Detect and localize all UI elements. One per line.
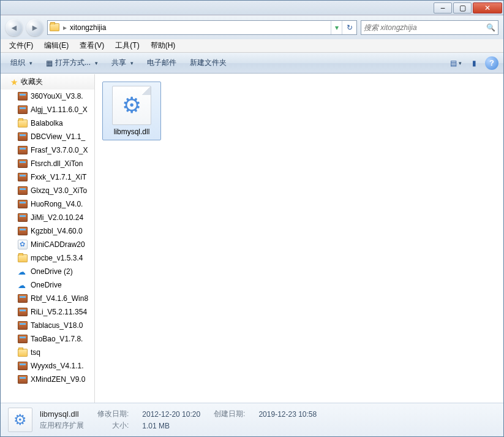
sidebar-item[interactable]: DBCView_V1.1_ — [1, 130, 94, 143]
rar-icon — [18, 132, 28, 141]
sidebar-item-label: mpcbe_v1.5.3.4 — [31, 254, 83, 262]
sidebar[interactable]: ★ 收藏夹 360YouXi_V3.8.Algj_V1.11.6.0_XBala… — [1, 74, 95, 403]
rar-icon — [18, 173, 28, 181]
sidebar-item[interactable]: mpcbe_v1.5.3.4 — [1, 251, 94, 265]
sidebar-item-label: Glxzq_V3.0_XiTo — [31, 186, 87, 195]
back-button[interactable]: ◄ — [6, 19, 23, 36]
sidebar-item-label: Kgzbbl_V4.60.0 — [31, 227, 83, 235]
openwith-button[interactable]: ▦打开方式... — [41, 55, 103, 70]
details-filetype: 应用程序扩展 — [40, 420, 84, 431]
details-create-value: 2019-12-23 10:58 — [258, 410, 317, 419]
rar-icon — [18, 321, 28, 330]
preview-pane-button[interactable]: ▮ — [467, 56, 481, 70]
folder-icon — [18, 120, 28, 127]
sidebar-item[interactable]: ☁OneDrive — [1, 278, 94, 292]
details-mod-label: 修改日期: — [97, 409, 129, 419]
view-mode-button[interactable]: ▤ — [448, 56, 463, 70]
sidebar-item-label: Fxxk_V1.7.1_XiT — [31, 173, 86, 181]
details-size-label: 大小: — [97, 420, 129, 431]
rar-icon — [18, 92, 28, 101]
rar-icon — [18, 362, 28, 370]
favorites-header[interactable]: ★ 收藏夹 — [1, 74, 94, 89]
forward-button[interactable]: ► — [26, 19, 43, 36]
app-icon — [18, 240, 28, 249]
file-list[interactable]: ⚙libmysql.dll — [95, 74, 503, 403]
sidebar-item-label: Frasf_V3.7.0.0_X — [31, 146, 88, 154]
rar-icon — [18, 308, 28, 316]
address-path[interactable]: xitongzhijia — [69, 23, 331, 32]
maximize-button[interactable]: ▢ — [453, 2, 472, 13]
menu-edit[interactable]: 编辑(E) — [39, 39, 73, 52]
sidebar-item[interactable]: RiLi_V5.2.11.354 — [1, 305, 94, 319]
rar-icon — [18, 186, 28, 195]
help-button[interactable]: ? — [485, 56, 498, 70]
sidebar-item[interactable]: Rbf_V4.1.6_Win8 — [1, 292, 94, 305]
file-item[interactable]: ⚙libmysql.dll — [102, 82, 161, 140]
dll-icon: ⚙ — [8, 408, 32, 432]
sidebar-item[interactable]: Fxxk_V1.7.1_XiT — [1, 170, 94, 184]
sidebar-item-label: DBCView_V1.1_ — [31, 132, 85, 141]
folder-icon — [18, 349, 28, 357]
menu-view[interactable]: 查看(V) — [75, 39, 109, 52]
sidebar-item-label: JiMi_V2.0.10.24 — [31, 213, 83, 222]
rar-icon — [18, 375, 28, 384]
sidebar-item-label: RiLi_V5.2.11.354 — [31, 308, 87, 316]
organize-button[interactable]: 组织 — [6, 55, 37, 70]
explorer-window: – ▢ ✕ ◄ ► ▸ xitongzhijia ▾ ↻ 🔍 文件(F) 编辑(… — [0, 0, 504, 437]
app-icon: ▦ — [46, 59, 53, 67]
sidebar-item[interactable]: TaoBao_V1.7.8. — [1, 332, 94, 346]
search-input[interactable] — [364, 23, 486, 32]
sidebar-item[interactable]: Tablacus_V18.0 — [1, 319, 94, 332]
sidebar-item[interactable]: 360YouXi_V3.8. — [1, 89, 94, 103]
toolbar: 组织 ▦打开方式... 共享 电子邮件 新建文件夹 ▤ ▮ ? — [1, 53, 503, 74]
sidebar-item[interactable]: XMindZEN_V9.0 — [1, 373, 94, 386]
sidebar-item[interactable]: Ftsrch.dll_XiTon — [1, 157, 94, 170]
cloud-icon: ☁ — [18, 267, 28, 276]
rar-icon — [18, 227, 28, 235]
rar-icon — [18, 335, 28, 343]
sidebar-item[interactable]: Frasf_V3.7.0.0_X — [1, 143, 94, 157]
rar-icon — [18, 294, 28, 303]
rar-icon — [18, 146, 28, 154]
newfolder-button[interactable]: 新建文件夹 — [185, 55, 231, 70]
rar-icon — [18, 213, 28, 222]
sidebar-item[interactable]: tsq — [1, 346, 94, 359]
menu-file[interactable]: 文件(F) — [4, 39, 38, 52]
titlebar: – ▢ ✕ — [1, 1, 503, 15]
sidebar-item[interactable]: Balabolka — [1, 116, 94, 130]
minimize-button[interactable]: – — [434, 2, 452, 13]
refresh-button[interactable]: ↻ — [342, 21, 356, 34]
share-button[interactable]: 共享 — [107, 55, 138, 70]
sidebar-item[interactable]: Wyyxds_V4.1.1. — [1, 359, 94, 373]
menu-help[interactable]: 帮助(H) — [146, 39, 181, 52]
address-bar[interactable]: ▸ xitongzhijia ▾ ↻ — [47, 20, 357, 35]
rar-icon — [18, 200, 28, 208]
details-size-value: 1.01 MB — [142, 422, 200, 430]
sidebar-item[interactable]: ☁OneDrive (2) — [1, 265, 94, 278]
search-box[interactable]: 🔍 — [361, 20, 498, 35]
sidebar-item-label: OneDrive (2) — [31, 267, 73, 276]
details-pane: ⚙ libmysql.dll 修改日期: 2012-12-20 10:20 创建… — [1, 403, 503, 436]
email-button[interactable]: 电子邮件 — [142, 55, 181, 70]
sidebar-item-label: 360YouXi_V3.8. — [31, 92, 83, 101]
rar-icon — [18, 159, 28, 168]
sidebar-item[interactable]: HuoRong_V4.0. — [1, 197, 94, 211]
sidebar-item[interactable]: Algj_V1.11.6.0_X — [1, 103, 94, 116]
cloud-icon: ☁ — [18, 281, 28, 290]
address-dropdown[interactable]: ▾ — [331, 21, 342, 34]
menu-tools[interactable]: 工具(T) — [110, 39, 144, 52]
details-create-label: 创建日期: — [214, 409, 245, 419]
folder-icon — [48, 23, 61, 31]
sidebar-item[interactable]: Glxzq_V3.0_XiTo — [1, 184, 94, 197]
sidebar-item-label: MiniCADDraw20 — [31, 240, 85, 249]
sidebar-item-label: Rbf_V4.1.6_Win8 — [31, 294, 88, 303]
search-icon[interactable]: 🔍 — [486, 23, 495, 32]
sidebar-item-label: Tablacus_V18.0 — [31, 321, 83, 330]
sidebar-item-label: Algj_V1.11.6.0_X — [31, 105, 88, 114]
sidebar-item[interactable]: JiMi_V2.0.10.24 — [1, 211, 94, 224]
close-button[interactable]: ✕ — [473, 2, 502, 13]
sidebar-item[interactable]: MiniCADDraw20 — [1, 238, 94, 251]
sidebar-item[interactable]: Kgzbbl_V4.60.0 — [1, 224, 94, 238]
sidebar-item-label: Wyyxds_V4.1.1. — [31, 362, 84, 370]
nav-row: ◄ ► ▸ xitongzhijia ▾ ↻ 🔍 — [1, 15, 503, 39]
